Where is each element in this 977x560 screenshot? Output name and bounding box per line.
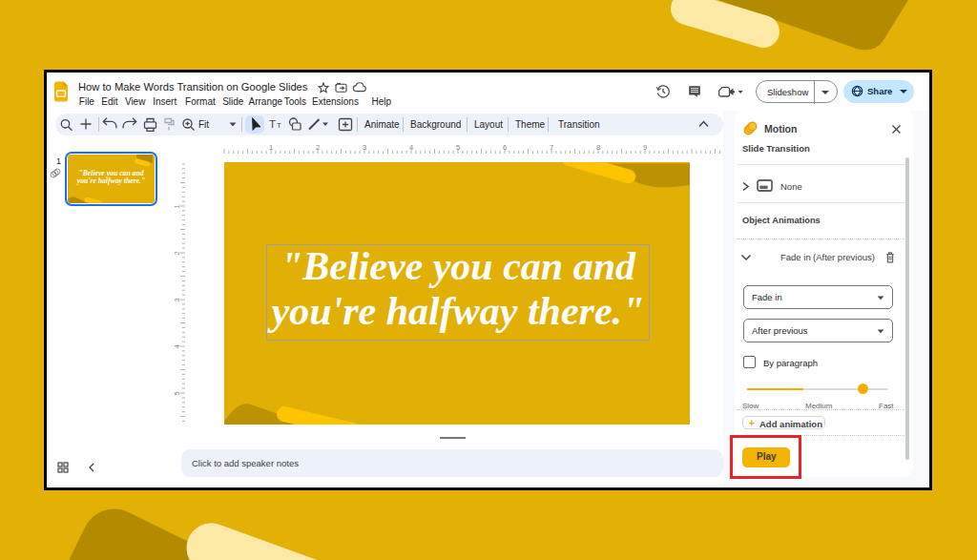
svg-text:3: 3 — [363, 143, 366, 152]
svg-text:1: 1 — [269, 143, 273, 152]
svg-text:9: 9 — [643, 143, 647, 152]
svg-text:Theme: Theme — [515, 119, 546, 130]
svg-text:3: 3 — [174, 298, 181, 301]
svg-text:6: 6 — [503, 143, 507, 152]
svg-text:1: 1 — [174, 204, 181, 208]
svg-text:7: 7 — [550, 143, 553, 152]
svg-text:4: 4 — [174, 344, 181, 348]
svg-text:Layout: Layout — [474, 119, 503, 130]
svg-text:4: 4 — [409, 143, 413, 152]
svg-text:5: 5 — [174, 391, 181, 395]
svg-text:T: T — [269, 118, 276, 130]
svg-text:Background: Background — [410, 119, 461, 130]
svg-text:8: 8 — [596, 143, 600, 152]
svg-text:Transition: Transition — [558, 119, 600, 130]
svg-text:Fit: Fit — [198, 119, 209, 130]
svg-text:Animate: Animate — [364, 119, 400, 130]
svg-text:5: 5 — [456, 143, 460, 152]
svg-text:2: 2 — [316, 143, 320, 152]
svg-text:T: T — [277, 121, 281, 130]
svg-text:2: 2 — [174, 251, 181, 255]
